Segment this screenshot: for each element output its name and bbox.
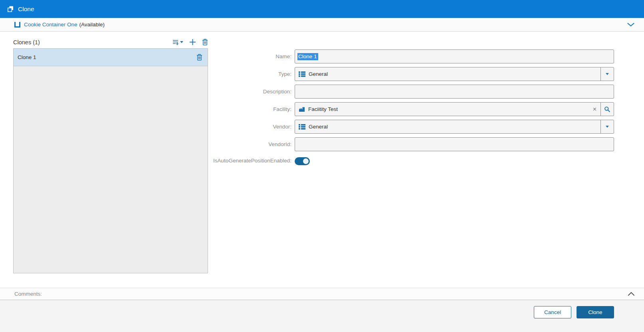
clone-item-label: Clone 1	[18, 54, 36, 60]
caret-down-icon	[606, 73, 609, 75]
facility-search-button[interactable]	[600, 103, 614, 116]
toggle-knob	[303, 158, 309, 164]
clear-icon[interactable]: ×	[593, 106, 596, 113]
vendor-dropdown-button[interactable]	[600, 120, 614, 133]
type-dropdown[interactable]: General	[295, 67, 614, 81]
title-bar: Clone	[0, 0, 644, 18]
entity-link[interactable]: Cookie Container One	[24, 22, 77, 28]
chevron-up-icon[interactable]	[628, 292, 634, 296]
description-input[interactable]	[295, 85, 614, 99]
type-label: Type:	[213, 67, 291, 77]
cancel-button[interactable]: Cancel	[534, 306, 571, 318]
clones-panel-title: Clones (1)	[13, 39, 40, 45]
vendor-label: Vendor:	[213, 120, 291, 130]
type-value: General	[309, 71, 328, 77]
entity-status: (Available)	[79, 22, 105, 28]
chevron-down-icon[interactable]	[627, 23, 634, 27]
clones-panel: Clones (1)	[13, 36, 208, 273]
description-label: Description:	[213, 85, 291, 95]
add-multiple-button[interactable]	[172, 39, 183, 45]
window-title: Clone	[18, 6, 34, 13]
vendor-dropdown[interactable]: General	[295, 120, 614, 134]
enum-list-icon	[299, 71, 305, 77]
name-input[interactable]: Clone 1	[295, 49, 614, 63]
entity-header: Cookie Container One (Available)	[0, 18, 644, 32]
search-icon	[604, 106, 610, 113]
vendorid-value	[295, 138, 614, 151]
vendor-value: General	[309, 124, 328, 130]
facility-lookup[interactable]: Faciitity Test ×	[295, 102, 614, 116]
comments-label: Comments:	[14, 291, 42, 297]
clone-list: Clone 1	[13, 48, 208, 273]
caret-down-icon	[606, 126, 609, 128]
add-list-icon	[172, 39, 179, 45]
vendorid-input[interactable]	[295, 137, 614, 151]
clones-panel-header: Clones (1)	[13, 36, 208, 48]
description-value	[295, 85, 614, 98]
delete-all-button[interactable]	[202, 39, 208, 45]
add-clone-button[interactable]	[189, 39, 196, 45]
enum-list-icon	[299, 124, 305, 130]
vendorid-label: VendorId:	[213, 137, 291, 148]
comments-bar: Comments:	[0, 288, 644, 300]
autogenerate-toggle[interactable]	[295, 157, 310, 165]
clone-icon	[7, 6, 14, 12]
facility-value: Faciitity Test	[308, 106, 338, 112]
trash-icon	[202, 39, 208, 45]
add-multiple-caret-icon	[180, 41, 183, 43]
clones-toolbar	[172, 39, 208, 45]
plus-icon	[189, 39, 196, 45]
clone-form: Name: Clone 1 Type:	[213, 49, 614, 169]
footer: Cancel Clone	[0, 300, 644, 332]
main-area: Clones (1)	[0, 32, 644, 288]
type-dropdown-button[interactable]	[600, 67, 614, 81]
name-label: Name:	[213, 49, 291, 60]
clone-list-item[interactable]: Clone 1	[14, 49, 208, 66]
trash-icon	[196, 54, 202, 61]
facility-label: Facility:	[213, 102, 291, 113]
clone-button[interactable]: Clone	[577, 306, 614, 318]
container-icon	[14, 22, 20, 28]
facility-icon	[299, 106, 305, 113]
name-value-selected: Clone 1	[297, 53, 318, 60]
delete-clone-button[interactable]	[196, 54, 202, 61]
autogenerate-label: IsAutoGeneratePositionEnabled:	[213, 155, 291, 164]
